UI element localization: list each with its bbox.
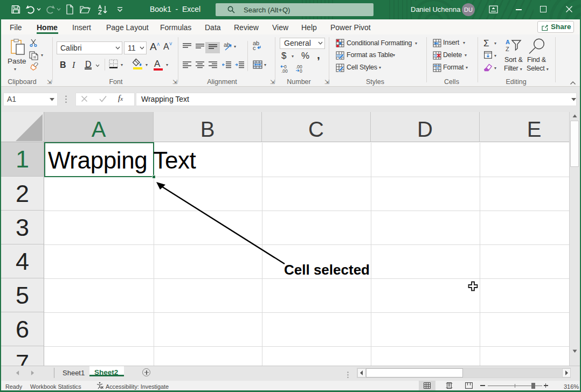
svg-text:.00: .00 [281,68,288,73]
svg-text:c: c [253,45,256,51]
svg-text:0: 0 [300,68,302,73]
svg-text:A: A [506,39,510,45]
svg-text:Z: Z [506,46,509,52]
